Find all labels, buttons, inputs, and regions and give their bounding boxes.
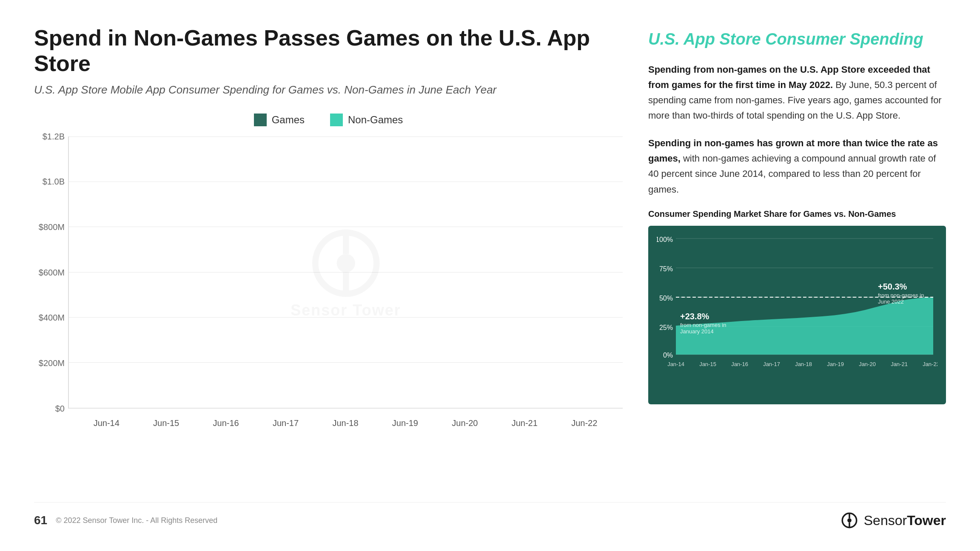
y-label-1200: $1.2B [33,131,65,141]
x-label-Jun-19: Jun-19 [375,414,435,428]
games-label: Games [272,114,305,126]
chart-subtitle: U.S. App Store Mobile App Consumer Spend… [34,83,623,97]
sensortower-logo-icon [840,511,859,530]
area-x-jan16: Jan-16 [731,361,748,367]
y-label-0: $0 [33,403,65,413]
footer: 61 © 2022 Sensor Tower Inc. - All Rights… [34,502,946,530]
paragraph2: Spending in non-games has grown at more … [648,136,946,197]
annotation1-value: +23.8% [680,312,709,321]
x-label-Jun-17: Jun-17 [256,414,315,428]
area-chart-wrapper: 100% 75% 50% 25% 0% [648,226,946,404]
y-label-600: $600M [33,267,65,277]
x-label-Jun-22: Jun-22 [555,414,614,428]
x-labels: Jun-14Jun-15Jun-16Jun-17Jun-18Jun-19Jun-… [68,409,623,434]
area-chart-svg: 100% 75% 50% 25% 0% [657,234,937,379]
paragraph1-bold: Spending from non-games on the U.S. App … [648,64,930,90]
nongames-swatch [330,114,343,126]
x-label-Jun-18: Jun-18 [316,414,375,428]
area-x-jan19: Jan-19 [827,361,844,367]
chart-area: Sensor Tower [68,136,623,409]
y-label-1000: $1.0B [33,177,65,187]
footer-logo-regular: Sensor [864,513,907,528]
chart-title: Spend in Non-Games Passes Games on the U… [34,26,623,77]
annotation1-line2: January 2014 [680,328,714,335]
legend-nongames: Non-Games [330,114,403,126]
annotation1-line1: from non-games in [680,322,726,328]
right-panel: U.S. App Store Consumer Spending Spendin… [648,26,946,494]
area-x-jan18: Jan-18 [795,361,812,367]
annotation2-line2: June 2022 [878,298,904,305]
area-x-jan20: Jan-20 [859,361,876,367]
bar-chart: $1.2B $1.0B $800M $600M $400M $200M $0 [34,136,623,434]
copyright: © 2022 Sensor Tower Inc. - All Rights Re… [56,516,217,525]
bars-group [69,136,623,382]
area-y-50: 50% [659,295,673,302]
x-label-Jun-21: Jun-21 [495,414,554,428]
area-y-25: 25% [659,324,673,331]
right-panel-title: U.S. App Store Consumer Spending [648,30,946,49]
area-y-75: 75% [659,265,673,273]
paragraph2-bold: Spending in non-games has grown at more … [648,138,938,164]
area-x-jan22: Jan-22 [923,361,937,367]
area-x-jan21: Jan-21 [891,361,908,367]
footer-logo-text: SensorTower [864,513,946,528]
area-y-100: 100% [657,236,673,243]
area-x-jan15: Jan-15 [699,361,716,367]
nongames-label: Non-Games [348,114,403,126]
footer-logo: SensorTower [840,511,946,530]
svg-point-11 [847,518,852,523]
paragraph1: Spending from non-games on the U.S. App … [648,62,946,124]
y-label-200: $200M [33,358,65,368]
footer-logo-bold: Tower [907,513,946,528]
chart-legend: Games Non-Games [34,114,623,126]
annotation2-line1: from non-games in [878,292,924,298]
x-label-Jun-14: Jun-14 [77,414,136,428]
y-label-400: $400M [33,313,65,323]
left-panel: Spend in Non-Games Passes Games on the U… [34,26,623,494]
area-x-jan17: Jan-17 [763,361,780,367]
legend-games: Games [254,114,305,126]
annotation2-value: +50.3% [878,282,907,291]
x-label-Jun-15: Jun-15 [136,414,196,428]
games-swatch [254,114,267,126]
x-label-Jun-20: Jun-20 [435,414,495,428]
footer-left: 61 © 2022 Sensor Tower Inc. - All Rights… [34,514,217,527]
area-x-jan14: Jan-14 [667,361,684,367]
y-label-800: $800M [33,222,65,232]
x-label-Jun-16: Jun-16 [196,414,256,428]
area-y-0: 0% [663,352,673,359]
small-chart-title: Consumer Spending Market Share for Games… [648,209,946,219]
page-number: 61 [34,514,47,527]
